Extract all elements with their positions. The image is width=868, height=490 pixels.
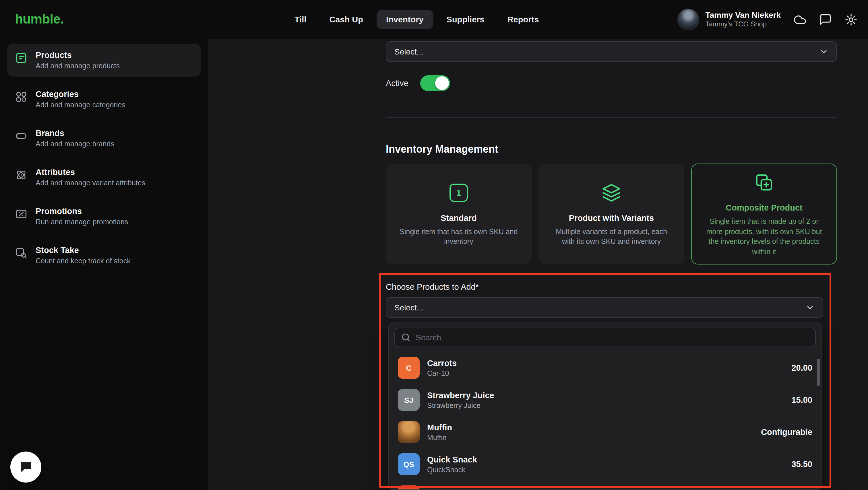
attributes-icon (15, 169, 28, 181)
choose-products-select[interactable]: Select... (386, 297, 823, 318)
top-nav: Till Cash Up Inventory Suppliers Reports (285, 8, 549, 31)
option-card-standard[interactable]: 1 Standard Single item that has its own … (386, 164, 532, 264)
sidebar-item-title: Stock Take (36, 246, 131, 255)
sidebar-item-attributes[interactable]: Attributes Add and manage variant attrib… (7, 161, 201, 194)
product-price: 35.50 (792, 460, 812, 469)
brands-icon (15, 130, 28, 142)
standard-icon: 1 (450, 181, 468, 204)
product-list-item-carrots[interactable]: C Carrots Car-10 20.00 (389, 352, 822, 384)
option-card-composite[interactable]: Composite Product Single item that is ma… (691, 164, 837, 264)
user-name: Tammy Van Niekerk (705, 10, 781, 20)
product-name: Quick Snack (427, 455, 477, 464)
list-scrollbar-thumb[interactable] (817, 359, 820, 386)
user-avatar[interactable] (677, 9, 699, 30)
product-code: Car-10 (427, 369, 457, 377)
option-description: Single item that is made up of 2 or more… (702, 217, 826, 257)
product-search-input[interactable] (394, 328, 816, 347)
product-name: Carrots (427, 358, 457, 367)
top-bar: humble. Till Cash Up Inventory Suppliers… (0, 0, 868, 39)
product-name: Strawberry Juice (427, 390, 494, 400)
nav-item-inventory[interactable]: Inventory (376, 10, 433, 29)
sidebar-item-brands[interactable]: Brands Add and manage brands (7, 122, 201, 155)
sidebar-item-subtitle: Run and manage promotions (36, 218, 128, 226)
chat-icon[interactable] (819, 13, 832, 26)
user-shop-name: Tammy's TCG Shop (705, 20, 781, 29)
inventory-type-options: 1 Standard Single item that has its own … (386, 164, 837, 264)
product-name: Muffin (427, 423, 452, 432)
sidebar-item-categories[interactable]: Categories Add and manage categories (7, 83, 201, 116)
option-title: Standard (441, 213, 477, 222)
product-price: 15.00 (792, 395, 812, 404)
top-right-cluster: Tammy Van Niekerk Tammy's TCG Shop (677, 0, 858, 39)
sidebar-item-title: Attributes (36, 167, 145, 177)
select-value: Select... (394, 303, 423, 312)
option-title: Composite Product (725, 203, 802, 212)
product-image-muffin (398, 421, 420, 443)
sidebar-item-stock-take[interactable]: Stock Take Count and keep track of stock (7, 239, 201, 272)
sidebar-item-title: Promotions (36, 206, 128, 216)
categories-icon (15, 91, 28, 103)
product-list-item-muffin[interactable]: Muffin Muffin Configurable (389, 416, 822, 448)
product-avatar: SJ (398, 389, 420, 411)
nav-item-cash-up[interactable]: Cash Up (319, 10, 373, 29)
stock-take-icon (15, 247, 28, 259)
toggle-knob (435, 76, 448, 90)
parent-select-dropdown[interactable]: Select... (386, 41, 837, 62)
sidebar-item-subtitle: Add and manage categories (36, 101, 125, 109)
nav-item-suppliers[interactable]: Suppliers (437, 10, 494, 29)
intercom-launcher-button[interactable] (10, 452, 41, 483)
section-divider (386, 117, 837, 118)
option-title: Product with Variants (569, 213, 654, 222)
nav-item-reports[interactable]: Reports (498, 10, 549, 29)
products-icon (15, 52, 28, 64)
product-avatar: C (398, 357, 420, 379)
intercom-chat-icon (19, 460, 33, 474)
promotions-icon (15, 208, 28, 220)
app-window: humble. Till Cash Up Inventory Suppliers… (0, 0, 868, 490)
active-label: Active (386, 78, 408, 88)
sidebar-item-promotions[interactable]: Promotions Run and manage promotions (7, 200, 201, 233)
brand-logo[interactable]: humble. (15, 11, 63, 27)
product-avatar: QS (398, 453, 420, 475)
option-description: Single item that has its own SKU and inv… (397, 227, 521, 247)
product-list-item-partial[interactable] (389, 480, 822, 490)
option-description: Multiple variants of a product, each wit… (549, 227, 673, 247)
sidebar-item-title: Categories (36, 90, 125, 99)
sidebar-item-products[interactable]: Products Add and manage products (7, 43, 201, 77)
user-profile[interactable]: Tammy Van Niekerk Tammy's TCG Shop (677, 9, 781, 30)
sidebar-item-subtitle: Add and manage brands (36, 140, 114, 148)
sidebar-item-title: Products (36, 51, 120, 60)
product-dropdown-panel: C Carrots Car-10 20.00 SJ Strawberry Jui… (388, 323, 822, 490)
product-code: Muffin (427, 433, 452, 442)
active-toggle-row: Active (386, 75, 450, 91)
cloud-sync-icon[interactable] (794, 13, 807, 26)
nav-item-till[interactable]: Till (285, 10, 316, 29)
sidebar-item-subtitle: Add and manage variant attributes (36, 179, 145, 187)
product-list: C Carrots Car-10 20.00 SJ Strawberry Jui… (389, 352, 822, 490)
sidebar-item-subtitle: Add and manage products (36, 62, 120, 70)
main-content: Select... Active Inventory Management 1 … (208, 39, 868, 490)
chevron-down-icon (805, 303, 815, 312)
sidebar-item-title: Brands (36, 129, 114, 138)
option-card-variants[interactable]: Product with Variants Multiple variants … (538, 164, 684, 264)
product-price: 20.00 (792, 363, 812, 372)
gear-icon[interactable] (844, 13, 858, 26)
search-field-wrap (394, 328, 816, 347)
product-avatar (398, 485, 420, 490)
product-price: Configurable (761, 427, 812, 437)
sidebar: Products Add and manage products Categor… (0, 39, 208, 490)
select-value: Select... (394, 47, 423, 56)
sidebar-item-subtitle: Count and keep track of stock (36, 257, 131, 265)
active-toggle[interactable] (420, 75, 450, 91)
chevron-down-icon (819, 47, 828, 56)
product-code: Strawberry Juice (427, 401, 494, 410)
layers-icon (601, 181, 621, 204)
composite-icon (754, 171, 774, 194)
product-list-item-quick-snack[interactable]: QS Quick Snack QuickSnack 35.50 (389, 448, 822, 480)
product-code: QuickSnack (427, 466, 477, 473)
choose-products-label: Choose Products to Add* (386, 282, 479, 292)
product-list-item-strawberry-juice[interactable]: SJ Strawberry Juice Strawberry Juice 15.… (389, 384, 822, 416)
inventory-management-heading: Inventory Management (386, 143, 498, 156)
